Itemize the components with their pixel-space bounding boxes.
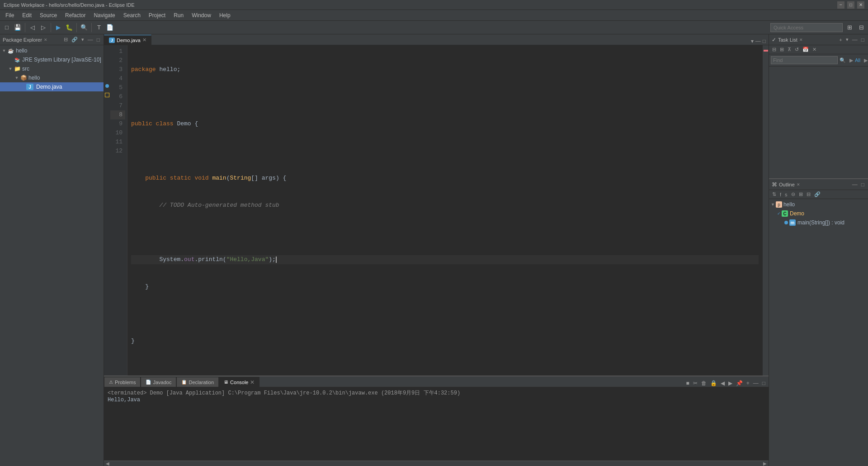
console-minimize-icon[interactable]: — bbox=[752, 380, 760, 387]
pe-menu-icon[interactable]: ▾ bbox=[80, 36, 85, 43]
open-type-button[interactable]: T bbox=[94, 23, 104, 33]
tab-close-demo[interactable]: ✕ bbox=[142, 37, 146, 43]
tree-label-hello-pkg: hello bbox=[28, 75, 40, 81]
code-editor[interactable]: package hello; public class Demo { publi… bbox=[127, 45, 762, 376]
code-line-12 bbox=[131, 364, 759, 373]
console-disconnect-icon[interactable]: ✂ bbox=[692, 380, 699, 387]
outline-expand-icon[interactable]: ⊞ bbox=[797, 191, 804, 198]
menu-project[interactable]: Project bbox=[145, 10, 169, 20]
tab-javadoc[interactable]: 📄 Javadoc bbox=[141, 377, 176, 387]
task-all-text[interactable]: All bbox=[855, 57, 860, 63]
task-new-icon[interactable]: + bbox=[838, 37, 843, 43]
prev-edit-button[interactable]: ◁ bbox=[28, 23, 38, 33]
console-scroll-lock-icon[interactable]: 🔒 bbox=[709, 380, 718, 387]
outline-hide-fields-icon[interactable]: f bbox=[778, 191, 783, 198]
pe-collapse-all-icon[interactable]: ⊟ bbox=[63, 36, 69, 43]
maximize-button[interactable]: □ bbox=[847, 1, 854, 9]
tree-item-jre[interactable]: 📚 JRE System Library [JavaSE-10] bbox=[0, 55, 104, 64]
task-list-close-icon: ✕ bbox=[799, 38, 803, 42]
console-next-icon[interactable]: ▶ bbox=[727, 380, 734, 387]
menu-refactor[interactable]: Refactor bbox=[61, 10, 89, 20]
menu-edit[interactable]: Edit bbox=[19, 10, 35, 20]
task-menu-icon[interactable]: ▾ bbox=[845, 36, 849, 43]
tree-item-demo-java[interactable]: J Demo.java bbox=[0, 82, 104, 91]
outline-item-main[interactable]: m main(String[]) : void bbox=[769, 218, 868, 227]
outline-link-icon[interactable]: 🔗 bbox=[813, 191, 822, 198]
editor-tab-menu-icon[interactable]: ▾ bbox=[750, 38, 755, 45]
console-tab-close[interactable]: ✕ bbox=[250, 379, 255, 385]
tab-demo-java[interactable]: J Demo.java ✕ bbox=[104, 35, 151, 45]
task-refresh-icon[interactable]: ↺ bbox=[793, 46, 800, 53]
perspective-button[interactable]: ⊞ bbox=[844, 23, 854, 33]
tree-arrow-demo bbox=[21, 85, 25, 89]
gutter-line-11 bbox=[104, 136, 110, 145]
console-horizontal-scrollbar[interactable]: ◀ ▶ bbox=[104, 461, 769, 466]
menu-navigate[interactable]: Navigate bbox=[90, 10, 118, 20]
console-pin-icon[interactable]: 📌 bbox=[735, 380, 744, 387]
search-button[interactable]: 🔍 bbox=[79, 23, 89, 33]
console-prev-icon[interactable]: ◀ bbox=[719, 380, 726, 387]
console-maximize-icon[interactable]: □ bbox=[761, 380, 767, 387]
tab-console[interactable]: 🖥 Console ✕ bbox=[219, 377, 259, 387]
editor-minimize-icon[interactable]: — bbox=[755, 38, 762, 45]
task-filter-icon[interactable]: ⊼ bbox=[786, 46, 793, 53]
open-resource-button[interactable]: 📄 bbox=[105, 23, 115, 33]
tree-label-jre: JRE System Library [JavaSE-10] bbox=[22, 57, 101, 63]
menu-help[interactable]: Help bbox=[216, 10, 234, 20]
debug-button[interactable]: 🐛 bbox=[64, 23, 74, 33]
gutter-line-12 bbox=[104, 145, 110, 154]
outline-item-hello[interactable]: ▼ p hello bbox=[769, 200, 868, 209]
tree-item-src[interactable]: ▼ 📁 src bbox=[0, 64, 104, 73]
task-delete-icon[interactable]: ✕ bbox=[811, 46, 818, 53]
menu-search[interactable]: Search bbox=[120, 10, 144, 20]
console-terminate-icon[interactable]: ■ bbox=[684, 380, 690, 387]
view-button[interactable]: ⊟ bbox=[856, 23, 866, 33]
tree-arrow-hello-pkg: ▼ bbox=[14, 76, 19, 80]
pe-link-editor-icon[interactable]: 🔗 bbox=[71, 36, 79, 43]
console-new-icon[interactable]: + bbox=[745, 380, 751, 387]
pe-minimize-icon[interactable]: — bbox=[87, 36, 94, 43]
tree-item-hello-project[interactable]: ▼ ☕ hello bbox=[0, 46, 104, 55]
quick-access-area: Quick Access ⊞ ⊟ bbox=[770, 23, 866, 33]
quick-access-input[interactable] bbox=[770, 23, 843, 32]
menu-run[interactable]: Run bbox=[170, 10, 187, 20]
outline-minimize-icon[interactable]: — bbox=[851, 181, 859, 188]
task-maximize-icon[interactable]: □ bbox=[860, 36, 865, 43]
tree-item-hello-pkg[interactable]: ▼ 📦 hello bbox=[0, 73, 104, 82]
task-expand-all-icon[interactable]: ⊞ bbox=[778, 46, 785, 53]
task-find-input[interactable] bbox=[771, 56, 838, 64]
tab-problems[interactable]: ⚠ Problems bbox=[104, 377, 141, 387]
outline-collapse-icon[interactable]: ⊟ bbox=[805, 191, 812, 198]
run-button[interactable]: ▶ bbox=[53, 23, 63, 33]
task-search-icon[interactable]: 🔍 bbox=[840, 57, 846, 63]
editor-maximize-icon[interactable]: □ bbox=[762, 38, 767, 45]
menu-file[interactable]: File bbox=[2, 10, 18, 20]
pe-maximize-icon[interactable]: □ bbox=[96, 36, 101, 43]
tab-declaration[interactable]: 📋 Declaration bbox=[176, 377, 219, 387]
gutter-line-7 bbox=[104, 100, 110, 109]
console-scroll-right[interactable]: ▶ bbox=[761, 461, 769, 466]
next-edit-button[interactable]: ▷ bbox=[38, 23, 48, 33]
menu-source[interactable]: Source bbox=[36, 10, 61, 20]
close-button[interactable]: ✕ bbox=[857, 1, 864, 9]
hello-package-icon: 📦 bbox=[20, 74, 27, 81]
outline-maximize-icon[interactable]: □ bbox=[860, 181, 865, 188]
code-line-8: System.out.println("Hello,Java"); bbox=[131, 255, 759, 264]
code-line-3: public class Demo { bbox=[131, 119, 759, 128]
outline-item-demo[interactable]: ✓ C Demo bbox=[769, 209, 868, 218]
task-minimize-icon[interactable]: — bbox=[851, 36, 859, 43]
outline-sort-icon[interactable]: ⇅ bbox=[771, 191, 778, 198]
new-button[interactable]: □ bbox=[2, 23, 12, 33]
console-scroll-left[interactable]: ◀ bbox=[104, 461, 111, 466]
outline-hide-static-icon[interactable]: s bbox=[783, 191, 789, 198]
menu-window[interactable]: Window bbox=[188, 10, 215, 20]
task-collapse-all-icon[interactable]: ⊟ bbox=[771, 46, 778, 53]
save-button[interactable]: 💾 bbox=[13, 23, 23, 33]
task-schedule-icon[interactable]: 📅 bbox=[801, 46, 810, 53]
console-clear-icon[interactable]: 🗑 bbox=[700, 380, 708, 387]
outline-label-demo: Demo bbox=[790, 210, 804, 217]
menu-bar: File Edit Source Refactor Navigate Searc… bbox=[0, 10, 868, 21]
outline-arrow-hello: ▼ bbox=[771, 202, 775, 207]
outline-hide-nonpub-icon[interactable]: ⊝ bbox=[790, 191, 797, 198]
minimize-button[interactable]: − bbox=[837, 1, 844, 9]
